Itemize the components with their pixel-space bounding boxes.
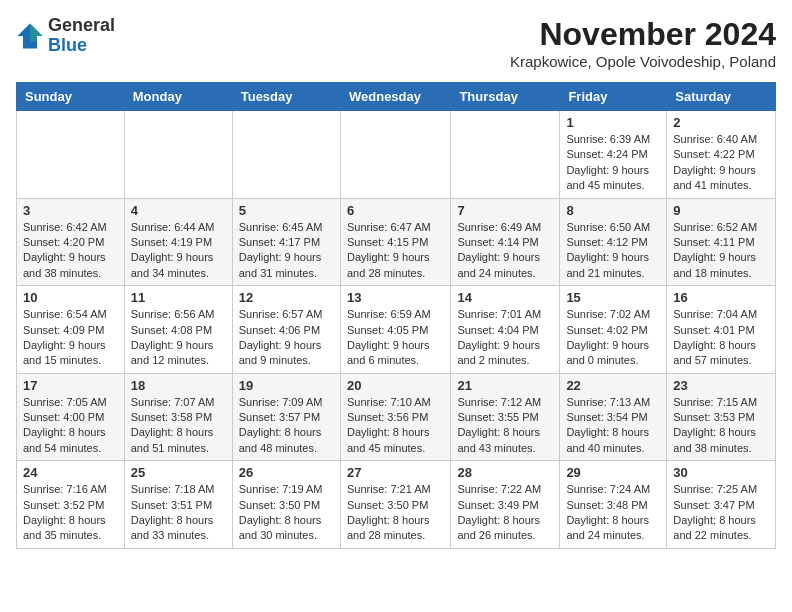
week-row-4: 17Sunrise: 7:05 AM Sunset: 4:00 PM Dayli… (17, 373, 776, 461)
day-number: 30 (673, 465, 769, 480)
day-cell-24: 24Sunrise: 7:16 AM Sunset: 3:52 PM Dayli… (17, 461, 125, 549)
day-cell-26: 26Sunrise: 7:19 AM Sunset: 3:50 PM Dayli… (232, 461, 340, 549)
day-cell-20: 20Sunrise: 7:10 AM Sunset: 3:56 PM Dayli… (340, 373, 450, 461)
logo-general: General (48, 15, 115, 35)
day-number: 10 (23, 290, 118, 305)
day-number: 15 (566, 290, 660, 305)
day-number: 25 (131, 465, 226, 480)
day-number: 17 (23, 378, 118, 393)
day-info: Sunrise: 6:56 AM Sunset: 4:08 PM Dayligh… (131, 307, 226, 369)
week-row-1: 1Sunrise: 6:39 AM Sunset: 4:24 PM Daylig… (17, 111, 776, 199)
weekday-header-monday: Monday (124, 83, 232, 111)
day-cell-8: 8Sunrise: 6:50 AM Sunset: 4:12 PM Daylig… (560, 198, 667, 286)
day-info: Sunrise: 6:44 AM Sunset: 4:19 PM Dayligh… (131, 220, 226, 282)
day-cell-empty (451, 111, 560, 199)
day-cell-28: 28Sunrise: 7:22 AM Sunset: 3:49 PM Dayli… (451, 461, 560, 549)
page-header: General Blue November 2024 Krapkowice, O… (16, 16, 776, 70)
day-number: 7 (457, 203, 553, 218)
day-cell-27: 27Sunrise: 7:21 AM Sunset: 3:50 PM Dayli… (340, 461, 450, 549)
day-cell-6: 6Sunrise: 6:47 AM Sunset: 4:15 PM Daylig… (340, 198, 450, 286)
weekday-header-tuesday: Tuesday (232, 83, 340, 111)
logo: General Blue (16, 16, 115, 56)
weekday-header-wednesday: Wednesday (340, 83, 450, 111)
day-number: 21 (457, 378, 553, 393)
day-info: Sunrise: 6:54 AM Sunset: 4:09 PM Dayligh… (23, 307, 118, 369)
week-row-3: 10Sunrise: 6:54 AM Sunset: 4:09 PM Dayli… (17, 286, 776, 374)
day-cell-4: 4Sunrise: 6:44 AM Sunset: 4:19 PM Daylig… (124, 198, 232, 286)
day-number: 14 (457, 290, 553, 305)
weekday-header-row: SundayMondayTuesdayWednesdayThursdayFrid… (17, 83, 776, 111)
day-cell-29: 29Sunrise: 7:24 AM Sunset: 3:48 PM Dayli… (560, 461, 667, 549)
day-number: 29 (566, 465, 660, 480)
weekday-header-sunday: Sunday (17, 83, 125, 111)
day-number: 12 (239, 290, 334, 305)
day-cell-9: 9Sunrise: 6:52 AM Sunset: 4:11 PM Daylig… (667, 198, 776, 286)
day-cell-18: 18Sunrise: 7:07 AM Sunset: 3:58 PM Dayli… (124, 373, 232, 461)
day-cell-21: 21Sunrise: 7:12 AM Sunset: 3:55 PM Dayli… (451, 373, 560, 461)
week-row-5: 24Sunrise: 7:16 AM Sunset: 3:52 PM Dayli… (17, 461, 776, 549)
day-number: 2 (673, 115, 769, 130)
day-info: Sunrise: 7:22 AM Sunset: 3:49 PM Dayligh… (457, 482, 553, 544)
day-info: Sunrise: 7:18 AM Sunset: 3:51 PM Dayligh… (131, 482, 226, 544)
day-cell-30: 30Sunrise: 7:25 AM Sunset: 3:47 PM Dayli… (667, 461, 776, 549)
day-info: Sunrise: 6:45 AM Sunset: 4:17 PM Dayligh… (239, 220, 334, 282)
day-cell-5: 5Sunrise: 6:45 AM Sunset: 4:17 PM Daylig… (232, 198, 340, 286)
day-info: Sunrise: 7:01 AM Sunset: 4:04 PM Dayligh… (457, 307, 553, 369)
day-cell-25: 25Sunrise: 7:18 AM Sunset: 3:51 PM Dayli… (124, 461, 232, 549)
day-cell-empty (124, 111, 232, 199)
day-info: Sunrise: 7:21 AM Sunset: 3:50 PM Dayligh… (347, 482, 444, 544)
day-number: 23 (673, 378, 769, 393)
day-cell-7: 7Sunrise: 6:49 AM Sunset: 4:14 PM Daylig… (451, 198, 560, 286)
day-cell-1: 1Sunrise: 6:39 AM Sunset: 4:24 PM Daylig… (560, 111, 667, 199)
day-info: Sunrise: 7:02 AM Sunset: 4:02 PM Dayligh… (566, 307, 660, 369)
day-cell-12: 12Sunrise: 6:57 AM Sunset: 4:06 PM Dayli… (232, 286, 340, 374)
day-number: 28 (457, 465, 553, 480)
day-cell-15: 15Sunrise: 7:02 AM Sunset: 4:02 PM Dayli… (560, 286, 667, 374)
day-info: Sunrise: 6:50 AM Sunset: 4:12 PM Dayligh… (566, 220, 660, 282)
day-cell-11: 11Sunrise: 6:56 AM Sunset: 4:08 PM Dayli… (124, 286, 232, 374)
day-cell-empty (340, 111, 450, 199)
day-number: 24 (23, 465, 118, 480)
calendar-table: SundayMondayTuesdayWednesdayThursdayFrid… (16, 82, 776, 549)
day-info: Sunrise: 7:19 AM Sunset: 3:50 PM Dayligh… (239, 482, 334, 544)
day-info: Sunrise: 6:59 AM Sunset: 4:05 PM Dayligh… (347, 307, 444, 369)
day-number: 3 (23, 203, 118, 218)
day-number: 26 (239, 465, 334, 480)
logo-icon (16, 22, 44, 50)
day-cell-10: 10Sunrise: 6:54 AM Sunset: 4:09 PM Dayli… (17, 286, 125, 374)
day-info: Sunrise: 7:10 AM Sunset: 3:56 PM Dayligh… (347, 395, 444, 457)
day-cell-17: 17Sunrise: 7:05 AM Sunset: 4:00 PM Dayli… (17, 373, 125, 461)
day-number: 6 (347, 203, 444, 218)
day-number: 18 (131, 378, 226, 393)
day-info: Sunrise: 6:52 AM Sunset: 4:11 PM Dayligh… (673, 220, 769, 282)
day-info: Sunrise: 7:25 AM Sunset: 3:47 PM Dayligh… (673, 482, 769, 544)
month-title: November 2024 (510, 16, 776, 53)
day-cell-19: 19Sunrise: 7:09 AM Sunset: 3:57 PM Dayli… (232, 373, 340, 461)
day-info: Sunrise: 7:07 AM Sunset: 3:58 PM Dayligh… (131, 395, 226, 457)
week-row-2: 3Sunrise: 6:42 AM Sunset: 4:20 PM Daylig… (17, 198, 776, 286)
day-info: Sunrise: 7:16 AM Sunset: 3:52 PM Dayligh… (23, 482, 118, 544)
location-subtitle: Krapkowice, Opole Voivodeship, Poland (510, 53, 776, 70)
day-number: 13 (347, 290, 444, 305)
title-section: November 2024 Krapkowice, Opole Voivodes… (510, 16, 776, 70)
day-number: 22 (566, 378, 660, 393)
day-cell-14: 14Sunrise: 7:01 AM Sunset: 4:04 PM Dayli… (451, 286, 560, 374)
day-cell-2: 2Sunrise: 6:40 AM Sunset: 4:22 PM Daylig… (667, 111, 776, 199)
day-info: Sunrise: 7:24 AM Sunset: 3:48 PM Dayligh… (566, 482, 660, 544)
day-info: Sunrise: 7:12 AM Sunset: 3:55 PM Dayligh… (457, 395, 553, 457)
svg-marker-1 (30, 23, 43, 41)
logo-blue: Blue (48, 35, 87, 55)
day-number: 8 (566, 203, 660, 218)
day-info: Sunrise: 6:42 AM Sunset: 4:20 PM Dayligh… (23, 220, 118, 282)
day-cell-23: 23Sunrise: 7:15 AM Sunset: 3:53 PM Dayli… (667, 373, 776, 461)
day-number: 20 (347, 378, 444, 393)
day-info: Sunrise: 6:49 AM Sunset: 4:14 PM Dayligh… (457, 220, 553, 282)
day-info: Sunrise: 6:47 AM Sunset: 4:15 PM Dayligh… (347, 220, 444, 282)
day-number: 4 (131, 203, 226, 218)
day-cell-16: 16Sunrise: 7:04 AM Sunset: 4:01 PM Dayli… (667, 286, 776, 374)
day-info: Sunrise: 6:39 AM Sunset: 4:24 PM Dayligh… (566, 132, 660, 194)
day-info: Sunrise: 7:09 AM Sunset: 3:57 PM Dayligh… (239, 395, 334, 457)
day-cell-empty (17, 111, 125, 199)
day-info: Sunrise: 7:04 AM Sunset: 4:01 PM Dayligh… (673, 307, 769, 369)
weekday-header-saturday: Saturday (667, 83, 776, 111)
